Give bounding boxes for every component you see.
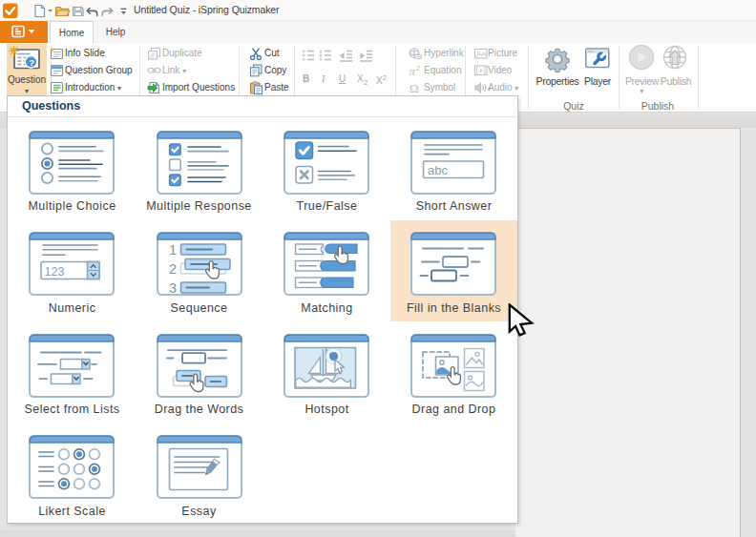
- svg-text:π: π: [410, 64, 416, 78]
- svg-text:abc: abc: [428, 163, 448, 177]
- svg-text:2: 2: [416, 65, 420, 72]
- svg-text:123: 123: [45, 265, 65, 279]
- svg-text:2: 2: [169, 261, 177, 277]
- svg-text:Ω: Ω: [410, 81, 419, 95]
- svg-text:3: 3: [169, 280, 177, 296]
- svg-text:1: 1: [169, 242, 177, 258]
